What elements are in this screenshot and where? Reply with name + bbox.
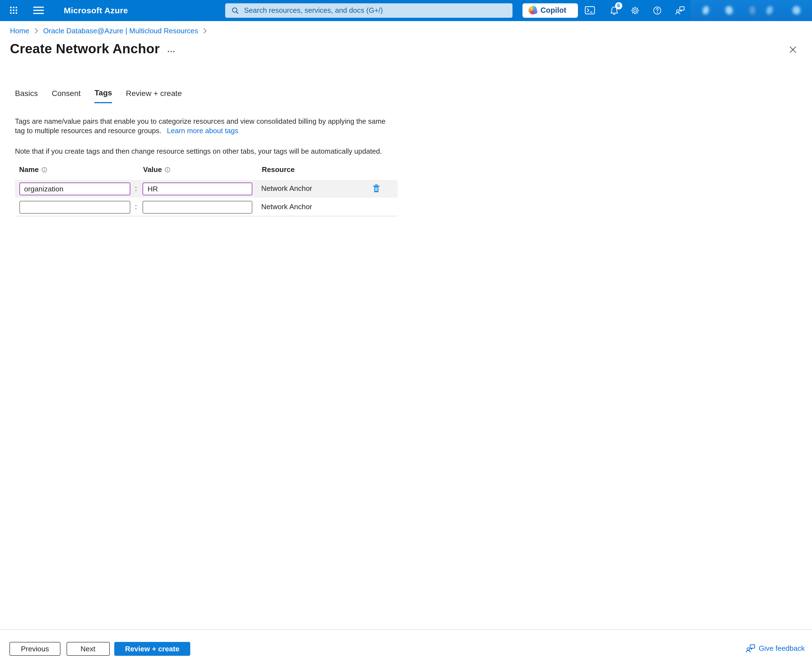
tag-value-input[interactable] xyxy=(142,182,252,195)
tab-basics[interactable]: Basics xyxy=(15,88,38,103)
blurred-glyph xyxy=(725,6,733,15)
tab-consent[interactable]: Consent xyxy=(52,88,81,103)
copilot-logo-icon xyxy=(528,5,538,15)
resource-column-header: Resource xyxy=(262,165,295,174)
tag-resource-label: Network Anchor xyxy=(261,197,312,216)
app-launcher-icon xyxy=(10,7,11,9)
account-info-redacted[interactable] xyxy=(691,0,812,21)
tags-intro-line2: tag to multiple resources and resource g… xyxy=(15,127,161,135)
tags-intro-line1: Tags are name/value pairs that enable yo… xyxy=(15,117,386,125)
hamburger-icon xyxy=(33,6,44,8)
context-menu-ellipsis-button[interactable]: … xyxy=(166,43,177,55)
tag-row-filled: : Network Anchor xyxy=(15,179,398,197)
give-feedback-label: Give feedback xyxy=(759,644,805,652)
blurred-glyph xyxy=(749,6,755,15)
next-button[interactable]: Next xyxy=(66,642,110,655)
tags-note-text: Note that if you create tags and then ch… xyxy=(15,147,382,155)
global-search-input[interactable]: Search resources, services, and docs (G+… xyxy=(225,3,512,18)
azure-portal-window: Microsoft Azure Search resources, servic… xyxy=(0,0,812,663)
search-icon xyxy=(231,6,239,15)
feedback-button[interactable] xyxy=(670,0,690,21)
info-icon[interactable] xyxy=(165,167,170,172)
breadcrumb-chevron-icon xyxy=(203,28,207,34)
cloud-shell-button[interactable] xyxy=(580,0,600,21)
close-blade-button[interactable] xyxy=(786,43,799,55)
previous-button[interactable]: Previous xyxy=(10,642,61,655)
notifications-button[interactable]: 6 xyxy=(604,0,624,21)
topbar: Microsoft Azure Search resources, servic… xyxy=(0,0,812,21)
tab-tags[interactable]: Tags xyxy=(95,88,112,103)
copilot-label: Copilot xyxy=(541,6,566,15)
copilot-button[interactable]: Copilot xyxy=(522,3,578,18)
tag-name-input[interactable] xyxy=(19,201,130,213)
avatar xyxy=(793,6,800,15)
delete-trash-icon xyxy=(373,184,379,193)
notification-count-badge: 6 xyxy=(615,2,622,10)
name-value-separator: : xyxy=(133,179,139,197)
info-icon[interactable] xyxy=(42,167,47,172)
name-value-separator: : xyxy=(133,197,139,216)
cloud-shell-icon xyxy=(584,6,595,15)
wizard-tabs: Basics Consent Tags Review + create xyxy=(15,88,182,103)
learn-more-tags-link[interactable]: Learn more about tags xyxy=(167,127,239,135)
name-column-header: Name xyxy=(19,165,39,174)
review-create-button[interactable]: Review + create xyxy=(114,642,190,655)
close-icon xyxy=(789,46,796,53)
tag-row-empty: : Network Anchor xyxy=(15,197,398,217)
delete-tag-button[interactable] xyxy=(369,179,383,197)
tags-intro-text: Tags are name/value pairs that enable yo… xyxy=(15,116,386,136)
tab-review-create[interactable]: Review + create xyxy=(126,88,182,103)
help-icon xyxy=(653,6,662,15)
feedback-icon xyxy=(675,6,685,15)
breadcrumb-chevron-icon xyxy=(34,28,38,34)
breadcrumb: Home Oracle Database@Azure | Multicloud … xyxy=(10,27,207,35)
breadcrumb-parent-link[interactable]: Oracle Database@Azure | Multicloud Resou… xyxy=(43,27,198,35)
wizard-footer: Previous Next Review + create Give feedb… xyxy=(0,629,812,663)
tag-resource-label: Network Anchor xyxy=(261,179,312,197)
tag-name-input[interactable] xyxy=(19,182,130,195)
portal-menu-button[interactable] xyxy=(29,0,48,21)
breadcrumb-home-link[interactable]: Home xyxy=(10,27,29,35)
tag-value-input[interactable] xyxy=(142,201,252,213)
page-title: Create Network Anchor xyxy=(10,41,160,57)
blurred-glyph xyxy=(702,6,710,15)
tags-table-header: Name Value Resource xyxy=(0,165,812,176)
product-name[interactable]: Microsoft Azure xyxy=(64,0,128,21)
search-placeholder: Search resources, services, and docs (G+… xyxy=(244,6,383,15)
blurred-glyph xyxy=(765,5,774,15)
app-launcher-button[interactable] xyxy=(5,0,22,21)
value-column-header: Value xyxy=(143,165,162,174)
give-feedback-icon xyxy=(746,644,755,653)
give-feedback-button[interactable]: Give feedback xyxy=(746,641,805,655)
help-button[interactable] xyxy=(647,0,667,21)
settings-gear-icon xyxy=(631,6,639,15)
settings-button[interactable] xyxy=(625,0,645,21)
